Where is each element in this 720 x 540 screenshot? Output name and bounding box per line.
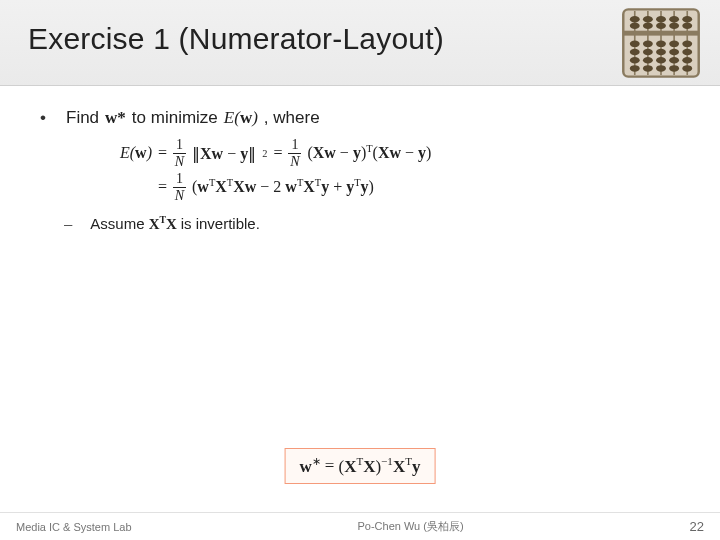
svg-point-21	[682, 41, 692, 48]
svg-point-30	[669, 57, 679, 64]
footer-center: Po-Chen Wu (吳柏辰)	[132, 519, 690, 534]
svg-point-15	[669, 23, 679, 30]
w-star: w*	[105, 108, 126, 128]
e-of-w: E(w)	[224, 108, 258, 128]
svg-point-9	[656, 16, 666, 23]
expanded-term: (wTXTXw − 2 wTXTy + yTy)	[192, 177, 374, 196]
fraction-1: 1 N	[173, 138, 186, 169]
svg-point-25	[669, 49, 679, 56]
svg-point-31	[682, 57, 692, 64]
abacus-icon	[620, 6, 702, 80]
equation-line-1: E(w) = 1 N Xw − y2 = 1 N (Xw − y)T(Xw − …	[120, 136, 680, 170]
svg-point-20	[669, 41, 679, 48]
fraction-3: 1 N	[173, 172, 186, 203]
svg-point-34	[656, 65, 666, 72]
assume-row: – Assume XTX is invertible.	[64, 214, 680, 233]
footer: Media IC & System Lab Po-Chen Wu (吳柏辰) 2…	[0, 512, 720, 540]
svg-point-10	[669, 16, 679, 23]
answer-eq: =	[325, 456, 335, 476]
norm-term: Xw − y	[192, 144, 256, 163]
svg-point-22	[630, 49, 640, 56]
svg-point-32	[630, 65, 640, 72]
svg-point-14	[656, 23, 666, 30]
eq-sign-2: =	[273, 144, 282, 162]
svg-point-17	[630, 41, 640, 48]
find-line: Find w* to minimize E(w) , where	[66, 108, 320, 128]
svg-point-33	[643, 65, 653, 72]
svg-point-26	[682, 49, 692, 56]
bullet-main: • Find w* to minimize E(w) , where	[40, 108, 680, 128]
where: , where	[264, 108, 320, 128]
fraction-2: 1 N	[288, 138, 301, 169]
paren-term: (Xw − y)T(Xw − y)	[307, 143, 431, 162]
sub-dash: –	[64, 215, 72, 232]
svg-point-36	[682, 65, 692, 72]
eq-sign-3: =	[158, 178, 167, 196]
svg-point-27	[630, 57, 640, 64]
svg-point-28	[643, 57, 653, 64]
squared: 2	[262, 148, 267, 159]
svg-point-29	[656, 57, 666, 64]
svg-point-16	[682, 23, 692, 30]
svg-point-8	[643, 16, 653, 23]
svg-point-12	[630, 23, 640, 30]
header-bar: Exercise 1 (Numerator-Layout)	[0, 0, 720, 86]
svg-point-11	[682, 16, 692, 23]
answer-lhs: w∗	[300, 455, 321, 477]
svg-point-24	[656, 49, 666, 56]
eq-lhs: E(w)	[120, 144, 152, 162]
footer-left: Media IC & System Lab	[16, 521, 132, 533]
to-minimize: to minimize	[132, 108, 218, 128]
svg-point-13	[643, 23, 653, 30]
svg-point-7	[630, 16, 640, 23]
svg-point-18	[643, 41, 653, 48]
slide-body: • Find w* to minimize E(w) , where E(w) …	[0, 86, 720, 504]
svg-point-19	[656, 41, 666, 48]
page-number: 22	[690, 519, 704, 534]
find-text: Find	[66, 108, 99, 128]
answer-rhs: (XTX)−1XTy	[338, 455, 420, 477]
eq-sign: =	[158, 144, 167, 162]
svg-point-23	[643, 49, 653, 56]
answer-box: w∗ = (XTX)−1XTy	[285, 448, 436, 484]
slide: Exercise 1 (Numerator-Layout)	[0, 0, 720, 540]
assume-text: Assume XTX is invertible.	[90, 214, 260, 233]
equation-line-2: = 1 N (wTXTXw − 2 wTXTy + yTy)	[158, 170, 680, 204]
slide-title: Exercise 1 (Numerator-Layout)	[28, 22, 444, 56]
equation-block: E(w) = 1 N Xw − y2 = 1 N (Xw − y)T(Xw − …	[120, 136, 680, 204]
bullet-dot: •	[40, 108, 46, 128]
svg-point-35	[669, 65, 679, 72]
